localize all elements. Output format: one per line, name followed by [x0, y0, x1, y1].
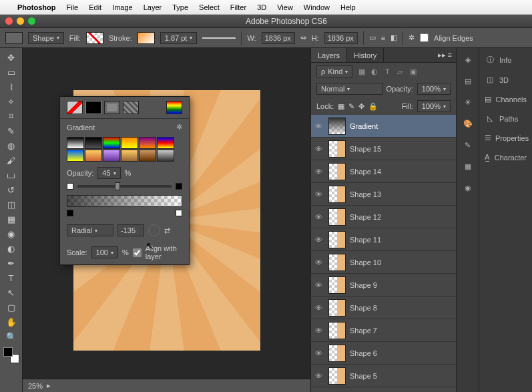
- preset-swatch[interactable]: [67, 150, 84, 162]
- hand-tool-icon[interactable]: ✋: [3, 315, 19, 329]
- layer-thumbnail[interactable]: [328, 186, 346, 203]
- gradient-angle-field[interactable]: [117, 224, 144, 236]
- preset-swatch[interactable]: [85, 137, 102, 149]
- menu-file[interactable]: File: [66, 3, 78, 11]
- visibility-icon[interactable]: 👁: [315, 349, 324, 357]
- align-layer-checkbox[interactable]: [133, 248, 142, 257]
- layer-name[interactable]: Shape 12: [350, 213, 381, 221]
- visibility-icon[interactable]: 👁: [315, 168, 324, 176]
- preset-swatch[interactable]: [139, 137, 156, 149]
- visibility-icon[interactable]: 👁: [315, 190, 324, 198]
- dock-nav-icon[interactable]: ◉: [461, 182, 475, 194]
- preset-swatch[interactable]: [139, 150, 156, 162]
- color-stop-right[interactable]: [176, 210, 182, 216]
- dock-swatches-icon[interactable]: ◈: [461, 53, 475, 65]
- preset-swatch[interactable]: [103, 150, 120, 162]
- visibility-icon[interactable]: 👁: [315, 258, 324, 266]
- layer-name[interactable]: Shape 14: [350, 168, 381, 176]
- visibility-icon[interactable]: 👁: [315, 304, 324, 312]
- side-3d[interactable]: ◫3D: [482, 74, 529, 85]
- dock-clone-icon[interactable]: ▦: [461, 160, 475, 172]
- scale-field[interactable]: 100▾: [91, 246, 118, 258]
- pen-tool-icon[interactable]: ✒: [3, 256, 19, 270]
- preset-swatch[interactable]: [121, 137, 138, 149]
- filter-shape-icon[interactable]: ▱: [394, 67, 405, 76]
- menu-image[interactable]: Image: [112, 3, 133, 11]
- crop-tool-icon[interactable]: ⌗: [3, 110, 19, 123]
- stroke-style-icon[interactable]: [202, 37, 236, 39]
- opacity-field[interactable]: 45▾: [97, 167, 120, 179]
- tool-preset-icon[interactable]: [5, 32, 23, 44]
- filter-kind-combo[interactable]: ρKind▾: [316, 65, 352, 77]
- preset-swatch[interactable]: [103, 137, 120, 149]
- tab-layers[interactable]: Layers: [311, 48, 347, 62]
- layer-fill-field[interactable]: 100%▾: [417, 100, 451, 112]
- layer-row[interactable]: 👁 Shape 15: [311, 138, 456, 160]
- dock-styles-icon[interactable]: 🎨: [461, 118, 475, 130]
- color-stop-left[interactable]: [67, 210, 73, 216]
- menu-photoshop[interactable]: Photoshop: [17, 3, 55, 11]
- eraser-tool-icon[interactable]: ◫: [3, 198, 19, 211]
- menu-filter[interactable]: Filter: [230, 3, 246, 11]
- layer-thumbnail[interactable]: [328, 254, 346, 271]
- align-edges-checkbox[interactable]: [420, 33, 429, 42]
- move-tool-icon[interactable]: ✥: [3, 51, 19, 64]
- type-tool-icon[interactable]: T: [3, 271, 19, 284]
- side-paths[interactable]: ◺Paths: [482, 113, 529, 124]
- layer-name[interactable]: Shape 8: [350, 304, 377, 312]
- menu-type[interactable]: Type: [172, 3, 188, 11]
- preset-swatch[interactable]: [85, 150, 102, 162]
- zoom-tool-icon[interactable]: 🔍: [3, 330, 19, 343]
- lasso-tool-icon[interactable]: ⌇: [3, 80, 19, 93]
- lock-all-icon[interactable]: 🔒: [368, 102, 378, 111]
- angle-dial-icon[interactable]: [148, 224, 160, 236]
- gradient-preview-bar[interactable]: [67, 195, 182, 207]
- layer-name[interactable]: Shape 10: [350, 258, 381, 266]
- layer-row[interactable]: 👁 Shape 13: [311, 183, 456, 206]
- filter-type-icon[interactable]: T: [382, 67, 392, 75]
- preset-swatch[interactable]: [121, 150, 138, 162]
- menu-3d[interactable]: 3D: [257, 3, 266, 11]
- layer-name[interactable]: Shape 7: [350, 327, 377, 335]
- fill-solid-icon[interactable]: [85, 101, 101, 114]
- gear-icon[interactable]: ✲: [409, 33, 415, 42]
- stroke-swatch[interactable]: [138, 32, 155, 44]
- layer-row[interactable]: 👁 Shape 5: [311, 365, 456, 387]
- layer-row[interactable]: 👁 Shape 7: [311, 319, 456, 342]
- layer-row[interactable]: 👁 Shape 6: [311, 342, 456, 365]
- fill-swatch[interactable]: [86, 32, 103, 44]
- layer-thumbnail[interactable]: [328, 118, 346, 135]
- blend-mode-combo[interactable]: Normal▾: [316, 83, 382, 95]
- path-tool-icon[interactable]: ↖: [3, 286, 19, 299]
- preset-swatch[interactable]: [157, 150, 174, 162]
- preset-swatch[interactable]: [67, 137, 84, 149]
- layer-name[interactable]: Shape 11: [350, 236, 381, 244]
- opacity-stop-left[interactable]: [67, 183, 73, 190]
- path-ops-icon[interactable]: ▭: [369, 33, 376, 42]
- side-character[interactable]: A̲Character: [482, 152, 529, 163]
- side-properties[interactable]: ☰Properties: [482, 132, 529, 144]
- minimize-button[interactable]: [17, 17, 24, 25]
- opacity-stop-right[interactable]: [176, 183, 182, 190]
- layer-thumbnail[interactable]: [328, 163, 346, 180]
- stroke-width-field[interactable]: 1.87 pt▾: [160, 32, 198, 44]
- layer-thumbnail[interactable]: [328, 322, 346, 339]
- dodge-tool-icon[interactable]: ◐: [3, 242, 19, 255]
- history-brush-tool-icon[interactable]: ↺: [3, 183, 19, 196]
- close-button[interactable]: [5, 17, 13, 25]
- filter-adjust-icon[interactable]: ◐: [369, 67, 380, 76]
- layer-thumbnail[interactable]: [328, 345, 346, 362]
- layer-row[interactable]: 👁 Shape 11: [311, 228, 456, 251]
- visibility-icon[interactable]: 👁: [315, 213, 324, 221]
- side-info[interactable]: ⓘInfo: [482, 53, 529, 66]
- layer-thumbnail[interactable]: [328, 208, 346, 226]
- filter-pixel-icon[interactable]: ▦: [356, 67, 367, 76]
- visibility-icon[interactable]: 👁: [315, 122, 324, 130]
- layer-row[interactable]: 👁 Shape 8: [311, 297, 456, 319]
- path-arrange-icon[interactable]: ◧: [390, 33, 397, 42]
- preset-swatch[interactable]: [157, 137, 174, 149]
- marquee-tool-icon[interactable]: ▭: [3, 65, 19, 79]
- fg-bg-swatch[interactable]: [3, 347, 19, 363]
- eyedropper-tool-icon[interactable]: ✎: [3, 124, 19, 138]
- dock-brushes-icon[interactable]: ✎: [461, 139, 475, 151]
